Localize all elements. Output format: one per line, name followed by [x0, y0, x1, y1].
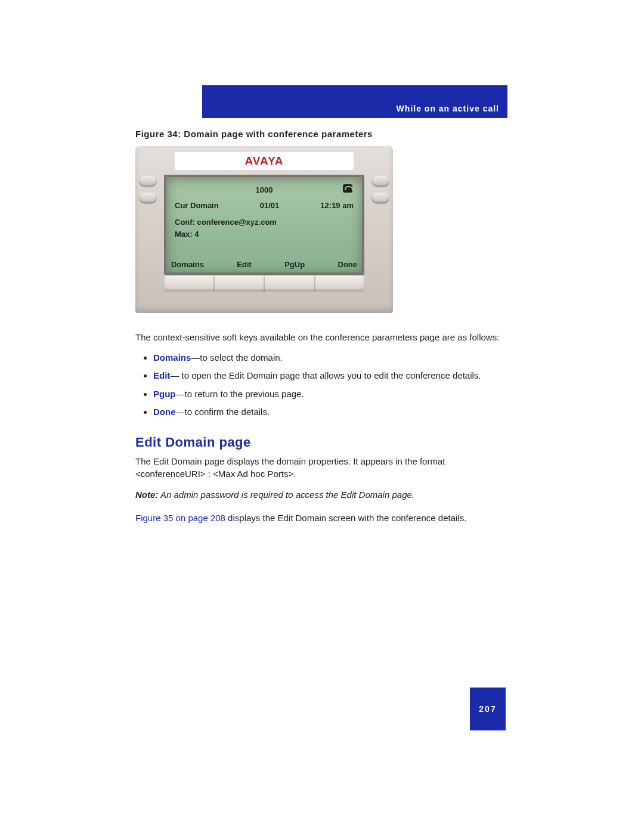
screen-time: 12:19 am — [320, 201, 354, 210]
page-number: 207 — [479, 704, 496, 714]
phone-device-photo: AVAYA 1000 Cur Domain 01/01 12:19 am Con… — [135, 146, 393, 313]
phone-lcd-screen: 1000 Cur Domain 01/01 12:19 am Conf: con… — [164, 175, 364, 275]
softkey-description-list: Domains—to select the domain. Edit— to o… — [135, 352, 505, 418]
term-done: Done — [153, 407, 176, 417]
list-item: Edit— to open the Edit Domain page that … — [153, 370, 505, 382]
softkey-button — [315, 276, 365, 292]
note-paragraph: Note: An admin password is required to a… — [135, 488, 505, 501]
hardware-softkey-bar — [164, 276, 364, 292]
xref-paragraph: Figure 35 on page 208 displays the Edit … — [135, 512, 505, 524]
side-button — [139, 193, 157, 203]
content-column: Figure 34: Domain page with conference p… — [135, 129, 505, 532]
term-edit: Edit — [153, 370, 170, 380]
softkey-label: Domains — [171, 260, 204, 269]
term-pgup: Pgup — [153, 389, 176, 399]
screen-softkey-row: Domains Edit PgUp Done — [171, 260, 357, 269]
softkey-button — [265, 276, 315, 292]
page-number-box: 207 — [470, 688, 506, 730]
term-desc: —to confirm the details. — [176, 407, 270, 417]
side-button — [371, 176, 389, 187]
header-bar: While on an active call — [202, 85, 507, 118]
handset-icon — [343, 184, 352, 193]
intro-paragraph: The context-sensitive soft keys availabl… — [135, 331, 505, 343]
page-indicator: 01/01 — [260, 201, 280, 210]
list-item: Domains—to select the domain. — [153, 352, 505, 364]
note-text: An admin password is required to access … — [158, 490, 414, 500]
screen-number: 1000 — [175, 185, 354, 194]
figure-caption: Figure 34: Domain page with conference p… — [135, 129, 505, 139]
brand-strip: AVAYA — [175, 152, 354, 170]
header-section-title: While on an active call — [397, 104, 499, 113]
term-desc: —to select the domain. — [191, 352, 282, 363]
section-paragraph: The Edit Domain page displays the domain… — [135, 455, 505, 480]
softkey-button — [164, 276, 215, 292]
softkey-button — [215, 276, 265, 292]
section-heading: Edit Domain page — [135, 435, 505, 450]
brand-logo-text: AVAYA — [244, 154, 283, 168]
xref-tail: displays the Edit Domain screen with the… — [225, 513, 466, 523]
term-desc: — to open the Edit Domain page that allo… — [170, 370, 481, 380]
document-page: While on an active call Figure 34: Domai… — [0, 0, 644, 833]
term-domains: Domains — [153, 352, 191, 363]
cur-domain-label: Cur Domain — [175, 201, 219, 210]
softkey-label: Edit — [237, 260, 252, 269]
term-desc: —to return to the previous page. — [176, 389, 304, 399]
side-button — [139, 176, 157, 187]
figure-cross-reference[interactable]: Figure 35 on page 208 — [135, 513, 225, 523]
max-line: Max: 4 — [175, 230, 354, 239]
softkey-label: Done — [338, 260, 358, 269]
list-item: Done—to confirm the details. — [153, 406, 505, 418]
list-item: Pgup—to return to the previous page. — [153, 388, 505, 400]
note-label: Note: — [135, 490, 158, 500]
conf-line: Conf: conference@xyz.com — [175, 218, 354, 227]
softkey-label: PgUp — [284, 260, 305, 269]
side-button — [371, 193, 389, 203]
screen-status-row: Cur Domain 01/01 12:19 am — [175, 201, 354, 210]
